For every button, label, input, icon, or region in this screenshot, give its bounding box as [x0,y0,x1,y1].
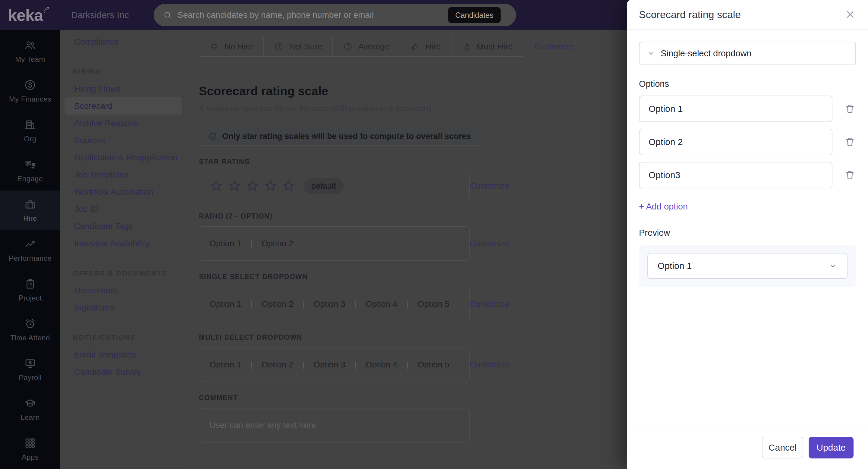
radio-option: Option 2 [261,239,293,248]
hire-button[interactable]: Hire [400,37,451,56]
thumbs-down-icon [210,42,219,52]
subnav-item-hiring-flows[interactable]: Hiring Flows [60,80,187,97]
rating-button-label: No Hire [224,42,253,52]
select-option: Option 4 [366,299,398,309]
trash-icon [844,103,856,115]
learn-icon [24,397,36,410]
drawer-title: Scorecard rating scale [639,9,844,21]
star-icon[interactable] [246,179,259,193]
subnav-item-archive-reasons[interactable]: Archive Reasons [60,115,187,132]
cancel-button[interactable]: Cancel [762,437,803,459]
section-label: COMMENT [199,394,627,402]
star-rating-section: STAR RATING default Customize [199,158,627,200]
subnav-item-email-templates[interactable]: Email Templates [60,346,187,363]
subnav-section-hiring: HIRING [60,63,187,80]
sidebar-item-label: Time Attend [10,334,50,342]
customize-single-select-link[interactable]: Customize [470,299,509,309]
star-icon[interactable] [227,179,241,193]
sidebar-item-label: My Finances [9,95,51,103]
no-hire-button[interactable]: No Hire [199,37,264,56]
delete-option-button[interactable] [844,136,856,148]
must-hire-button[interactable]: Must Hire [451,37,523,56]
select-option: Option 3 [313,299,345,309]
sidebar-item-time-attend[interactable]: Time Attend [0,310,60,350]
time-attend-icon [24,317,36,330]
project-icon [24,278,36,290]
option-divider: | [250,239,253,248]
customize-overall-link[interactable]: Customize [534,42,574,52]
sidebar-item-learn[interactable]: Learn [0,389,60,429]
subnav-item-signatures[interactable]: Signatures [60,299,187,316]
radio-option: Option 1 [210,239,241,248]
search-scope-badge[interactable]: Candidates [448,7,501,23]
option-input-1[interactable] [639,96,832,122]
delete-option-button[interactable] [844,169,856,181]
option-input-2[interactable] [639,129,832,155]
subnav-item-scorecard[interactable]: Scorecard [64,97,182,115]
select-option: Option 2 [261,299,293,309]
sidebar-item-label: Project [19,294,42,302]
option-row [639,162,856,188]
subnav-item-job-templates[interactable]: Job Templates [60,166,187,183]
subnav-item-interview-availability[interactable]: Interview Availability [60,235,187,252]
preview-dropdown[interactable]: Option 1 [647,253,847,279]
sidebar-item-performance[interactable]: Performance [0,230,60,270]
trash-icon [844,169,856,181]
drawer-footer: Cancel Update [627,426,868,469]
sidebar-item-label: Payroll [19,373,41,382]
average-button[interactable]: Average [333,37,400,56]
logo-burst-icon [43,5,53,14]
info-note: Only star rating scales will be used to … [199,127,480,146]
customize-star-link[interactable]: Customize [470,181,509,191]
select-option: Option 5 [418,299,450,309]
sidebar-item-apps[interactable]: Apps [0,429,60,469]
comment-box[interactable]: User can enter any text here [199,408,470,442]
sidebar-item-hire[interactable]: Hire [0,190,60,230]
main-content: No Hire Not Sure Average Hire Must Hire [187,30,627,469]
single-select-section: SINGLE SELECT DROPDOWN Option 1 | Option… [199,273,627,321]
star-icon[interactable] [210,179,223,193]
sidebar-item-my-finances[interactable]: My Finances [0,71,60,111]
option-input-3[interactable] [639,162,832,188]
close-icon [844,9,856,20]
customize-multi-select-link[interactable]: Customize [470,360,509,370]
select-option: Option 4 [366,360,398,370]
star-icon[interactable] [264,179,278,193]
subnav-item-job-id[interactable]: Job ID [60,200,187,218]
sidebar-item-org[interactable]: Org [0,111,60,151]
drawer-header: Scorecard rating scale [627,0,868,30]
subnav-item-candidate-tags[interactable]: Candidate Tags [60,218,187,235]
sidebar-item-project[interactable]: Project [0,270,60,310]
scorecard-rating-drawer: Scorecard rating scale Single-select dro… [627,0,868,469]
response-type-select[interactable]: Single-select dropdown [639,41,856,65]
sidebar-item-my-team[interactable]: My Team [0,31,60,71]
logo-text: keka [8,5,43,25]
sidebar-item-engage[interactable]: Engage [0,151,60,190]
option-divider: | [302,360,304,370]
subnav-item-duplication[interactable]: Duplication & Reapplication [60,149,187,166]
rating-button-label: Average [358,42,390,52]
add-option-link[interactable]: + Add option [639,201,688,212]
close-button[interactable] [844,9,856,20]
option-divider: | [407,360,409,370]
delete-option-button[interactable] [844,103,856,115]
star-rating-control[interactable] [210,179,296,193]
subnav-item-sources[interactable]: Sources [60,132,187,149]
option-row [639,96,856,122]
customize-radio-link[interactable]: Customize [470,239,509,248]
global-search[interactable]: Search candidates by name, phone number … [154,4,516,26]
not-sure-button[interactable]: Not Sure [264,37,333,56]
trash-icon [844,136,856,148]
subnav-item-documents[interactable]: Documents [60,282,187,299]
primary-sidebar: My Team My Finances Org Engage Hire Perf… [0,30,60,469]
star-icon[interactable] [282,179,296,193]
update-button[interactable]: Update [809,437,854,459]
subnav-item-compliance[interactable]: Compliance [60,33,187,50]
subnav-item-workflow-automation[interactable]: Workflow Automation [60,183,187,200]
subnav-item-candidate-survey[interactable]: Candidate Survey [60,363,187,380]
radio-section: RADIO (2 - OPTION) Option 1 | Option 2 C… [199,212,627,261]
star-rating-box: default [199,172,470,200]
sidebar-item-payroll[interactable]: Payroll [0,350,60,389]
comment-section: COMMENT User can enter any text here [199,394,627,442]
comment-placeholder: User can enter any text here [210,420,316,430]
